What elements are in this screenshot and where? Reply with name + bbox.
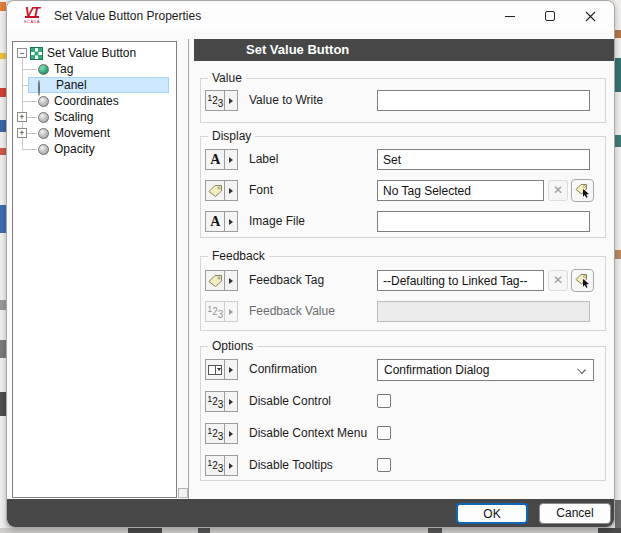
disable-tooltips-checkbox[interactable] bbox=[377, 458, 391, 472]
arrow-right-icon bbox=[229, 367, 233, 373]
tree-node-label[interactable]: Panel bbox=[56, 78, 87, 92]
tag-link-button[interactable] bbox=[205, 270, 238, 291]
dropdown-expression-button[interactable] bbox=[205, 359, 238, 380]
arrow-right-icon bbox=[229, 188, 233, 194]
vtscada-logo-icon: VT SCADA bbox=[20, 7, 44, 26]
background-fragment bbox=[615, 250, 621, 259]
option-arrow-button[interactable] bbox=[225, 360, 237, 379]
disable-control-checkbox[interactable] bbox=[377, 394, 391, 408]
confirmation-dropdown[interactable]: Confirmation Dialog bbox=[377, 359, 594, 381]
option-arrow-button[interactable] bbox=[225, 271, 237, 290]
clear-tag-button[interactable]: ✕ bbox=[548, 270, 568, 291]
collapse-expander-icon[interactable]: − bbox=[17, 48, 27, 58]
group-feedback: Feedback Feedback Tag ✕ bbox=[200, 256, 606, 331]
properties-dialog: VT SCADA Set Value Button Properties − bbox=[6, 0, 615, 528]
tree-node-root[interactable]: − Set Value Button bbox=[13, 45, 176, 61]
numeric-expression-button[interactable]: 123 bbox=[205, 455, 238, 476]
image-file-input[interactable] bbox=[377, 211, 590, 232]
title-bar[interactable]: VT SCADA Set Value Button Properties bbox=[7, 1, 614, 31]
option-arrow-button[interactable] bbox=[225, 91, 237, 110]
tree-node-tag[interactable]: Tag bbox=[13, 61, 176, 77]
tree-node-label[interactable]: Tag bbox=[54, 61, 73, 77]
chevron-down-icon bbox=[577, 365, 586, 374]
numeric-expression-button[interactable]: 123 bbox=[205, 90, 238, 111]
cancel-button[interactable]: Cancel bbox=[539, 503, 611, 524]
group-value: Value 123 Value to Write bbox=[200, 78, 606, 123]
font-tag-input[interactable] bbox=[377, 180, 544, 201]
ok-button[interactable]: OK bbox=[456, 503, 528, 524]
numeric-expression-button[interactable]: 123 bbox=[205, 423, 238, 444]
arrow-right-icon bbox=[229, 278, 233, 284]
expand-expander-icon[interactable]: + bbox=[17, 128, 27, 138]
tree-node-label[interactable]: Opacity bbox=[54, 141, 95, 157]
option-arrow-button[interactable] bbox=[225, 456, 237, 475]
logo-subtext: SCADA bbox=[20, 18, 44, 26]
feedback-value-input bbox=[377, 301, 590, 322]
tree-node-label[interactable]: Set Value Button bbox=[47, 45, 136, 61]
tree-node-label[interactable]: Scaling bbox=[54, 109, 93, 125]
group-title: Value bbox=[208, 71, 246, 85]
panel-separator bbox=[188, 39, 189, 501]
minimize-icon bbox=[505, 16, 515, 17]
option-arrow-button bbox=[225, 302, 237, 321]
value-to-write-input[interactable] bbox=[377, 90, 590, 111]
close-icon bbox=[585, 11, 596, 22]
tag-select-icon bbox=[575, 183, 591, 198]
select-tag-button[interactable] bbox=[571, 179, 594, 202]
tree-node-label[interactable]: Coordinates bbox=[54, 93, 119, 109]
option-arrow-button[interactable] bbox=[225, 181, 237, 200]
numeric-123-icon: 123 bbox=[207, 304, 223, 320]
group-title: Display bbox=[208, 129, 255, 143]
numeric-expression-button-disabled: 123 bbox=[205, 301, 238, 322]
background-window-sliver-right bbox=[615, 0, 621, 533]
tree-connector bbox=[22, 149, 37, 150]
clear-tag-button[interactable]: ✕ bbox=[548, 180, 568, 201]
select-tag-button[interactable] bbox=[571, 269, 594, 292]
tree-node-opacity[interactable]: Opacity bbox=[13, 141, 176, 157]
close-button[interactable] bbox=[570, 1, 610, 31]
numeric-123-icon: 123 bbox=[207, 93, 223, 109]
expand-expander-icon[interactable]: + bbox=[17, 112, 27, 122]
tree-node-panel[interactable]: Panel bbox=[13, 77, 176, 93]
font-a-icon: A bbox=[210, 215, 220, 229]
tree-node-label[interactable]: Movement bbox=[54, 125, 110, 141]
feedback-tag-input[interactable] bbox=[377, 270, 544, 291]
minimize-button[interactable] bbox=[490, 1, 530, 31]
tree-connector bbox=[22, 101, 37, 102]
background-fragment bbox=[615, 30, 621, 38]
tag-link-button[interactable] bbox=[205, 180, 238, 201]
maximize-icon bbox=[545, 11, 555, 21]
row-disable-tooltips: 123 Disable Tooltips bbox=[205, 455, 601, 476]
option-arrow-button[interactable] bbox=[225, 212, 237, 231]
window-title: Set Value Button Properties bbox=[54, 9, 201, 23]
tree-node-movement[interactable]: + Movement bbox=[13, 125, 176, 141]
combobox-icon bbox=[208, 365, 222, 375]
label-input[interactable] bbox=[377, 149, 590, 170]
option-arrow-button[interactable] bbox=[225, 392, 237, 411]
option-arrow-button[interactable] bbox=[225, 150, 237, 169]
arrow-right-icon bbox=[229, 399, 233, 405]
logo-text: VT bbox=[25, 8, 40, 18]
row-value-to-write: 123 Value to Write bbox=[205, 90, 601, 111]
background-fragment bbox=[428, 528, 442, 533]
option-arrow-button[interactable] bbox=[225, 424, 237, 443]
arrow-right-icon bbox=[229, 98, 233, 104]
disable-context-menu-checkbox[interactable] bbox=[377, 426, 391, 440]
maximize-button[interactable] bbox=[530, 1, 570, 31]
tree-node-scaling[interactable]: + Scaling bbox=[13, 109, 176, 125]
background-window-sliver-bottom bbox=[0, 528, 621, 533]
arrow-right-icon bbox=[229, 157, 233, 163]
arrow-right-icon bbox=[229, 431, 233, 437]
numeric-123-icon: 123 bbox=[207, 426, 223, 442]
background-fragment bbox=[598, 528, 621, 533]
arrow-right-icon bbox=[229, 219, 233, 225]
text-expression-button[interactable]: A bbox=[205, 149, 238, 170]
group-title: Options bbox=[208, 339, 257, 353]
confirmation-selected-value: Confirmation Dialog bbox=[384, 363, 489, 377]
text-expression-button[interactable]: A bbox=[205, 211, 238, 232]
field-label: Value to Write bbox=[249, 90, 323, 111]
numeric-123-icon: 123 bbox=[207, 394, 223, 410]
tree-node-coordinates[interactable]: Coordinates bbox=[13, 93, 176, 109]
row-disable-context-menu: 123 Disable Context Menu bbox=[205, 423, 601, 444]
numeric-expression-button[interactable]: 123 bbox=[205, 391, 238, 412]
